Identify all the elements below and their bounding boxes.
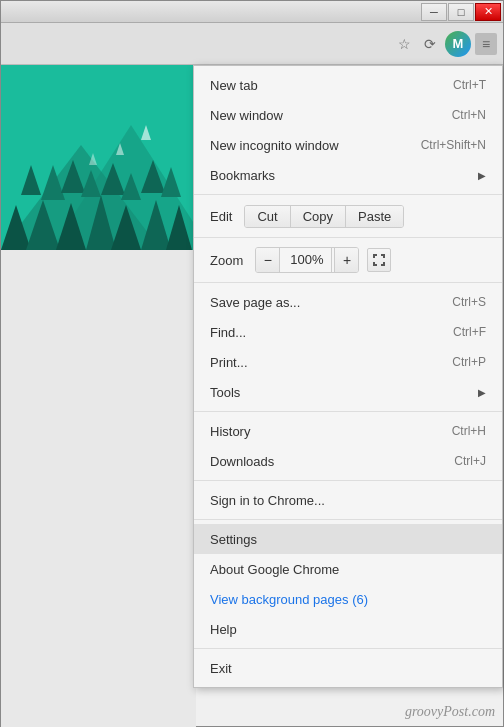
zoom-value: 100% — [282, 248, 332, 272]
new-tab-shortcut: Ctrl+T — [453, 78, 486, 92]
browser-toolbar: ☆ ⟳ M ≡ — [1, 23, 503, 65]
bookmarks-arrow: ▶ — [478, 170, 486, 181]
background-label: View background pages (6) — [210, 592, 486, 607]
reload-icon[interactable]: ⟳ — [419, 33, 441, 55]
find-shortcut: Ctrl+F — [453, 325, 486, 339]
history-shortcut: Ctrl+H — [452, 424, 486, 438]
zoom-plus-button[interactable]: + — [334, 248, 358, 272]
menu-item-signin[interactable]: Sign in to Chrome... — [194, 485, 502, 515]
help-label: Help — [210, 622, 486, 637]
watermark: groovyPost.com — [405, 704, 495, 720]
menu-section-new: New tab Ctrl+T New window Ctrl+N New inc… — [194, 66, 502, 195]
menu-item-find[interactable]: Find... Ctrl+F — [194, 317, 502, 347]
menu-item-history[interactable]: History Ctrl+H — [194, 416, 502, 446]
incognito-shortcut: Ctrl+Shift+N — [421, 138, 486, 152]
new-window-label: New window — [210, 108, 452, 123]
menu-item-tools[interactable]: Tools ▶ — [194, 377, 502, 407]
menu-section-edit: Edit Cut Copy Paste — [194, 195, 502, 238]
page-content — [1, 65, 196, 727]
dropdown-menu: New tab Ctrl+T New window Ctrl+N New inc… — [193, 65, 503, 688]
menu-item-bookmarks[interactable]: Bookmarks ▶ — [194, 160, 502, 190]
zoom-minus-button[interactable]: − — [256, 248, 280, 272]
forest-svg — [1, 65, 196, 250]
downloads-shortcut: Ctrl+J — [454, 454, 486, 468]
about-label: About Google Chrome — [210, 562, 486, 577]
menu-item-settings[interactable]: Settings — [194, 524, 502, 554]
zoom-controls: − 100% + — [255, 247, 359, 273]
content-area: New tab Ctrl+T New window Ctrl+N New inc… — [1, 65, 503, 727]
forest-image — [1, 65, 196, 250]
incognito-label: New incognito window — [210, 138, 421, 153]
save-label: Save page as... — [210, 295, 452, 310]
paste-button[interactable]: Paste — [346, 206, 403, 227]
exit-label: Exit — [210, 661, 486, 676]
history-label: History — [210, 424, 452, 439]
edit-label: Edit — [210, 209, 232, 224]
menu-item-exit[interactable]: Exit — [194, 653, 502, 683]
title-bar: ─ □ ✕ — [1, 1, 503, 23]
menu-item-print[interactable]: Print... Ctrl+P — [194, 347, 502, 377]
menu-icon[interactable]: ≡ — [475, 33, 497, 55]
print-label: Print... — [210, 355, 452, 370]
menu-item-downloads[interactable]: Downloads Ctrl+J — [194, 446, 502, 476]
menu-item-save[interactable]: Save page as... Ctrl+S — [194, 287, 502, 317]
edit-buttons: Cut Copy Paste — [244, 205, 404, 228]
save-shortcut: Ctrl+S — [452, 295, 486, 309]
menu-section-settings: Settings About Google Chrome View backgr… — [194, 520, 502, 649]
close-button[interactable]: ✕ — [475, 3, 501, 21]
settings-label: Settings — [210, 532, 486, 547]
menu-item-about[interactable]: About Google Chrome — [194, 554, 502, 584]
signin-label: Sign in to Chrome... — [210, 493, 486, 508]
maximize-button[interactable]: □ — [448, 3, 474, 21]
new-window-shortcut: Ctrl+N — [452, 108, 486, 122]
zoom-label: Zoom — [210, 253, 243, 268]
edit-row: Edit Cut Copy Paste — [194, 199, 502, 233]
downloads-label: Downloads — [210, 454, 454, 469]
new-tab-label: New tab — [210, 78, 453, 93]
menu-section-history: History Ctrl+H Downloads Ctrl+J — [194, 412, 502, 481]
menu-item-new-window[interactable]: New window Ctrl+N — [194, 100, 502, 130]
menu-item-incognito[interactable]: New incognito window Ctrl+Shift+N — [194, 130, 502, 160]
find-label: Find... — [210, 325, 453, 340]
menu-section-zoom: Zoom − 100% + — [194, 238, 502, 283]
menu-item-new-tab[interactable]: New tab Ctrl+T — [194, 70, 502, 100]
menu-section-tools: Save page as... Ctrl+S Find... Ctrl+F Pr… — [194, 283, 502, 412]
zoom-fullscreen-button[interactable] — [367, 248, 391, 272]
fullscreen-icon — [372, 253, 386, 267]
window-frame: ─ □ ✕ ☆ ⟳ M ≡ — [0, 0, 504, 727]
minimize-button[interactable]: ─ — [421, 3, 447, 21]
star-icon[interactable]: ☆ — [393, 33, 415, 55]
menu-section-exit: Exit — [194, 649, 502, 687]
menu-item-background[interactable]: View background pages (6) — [194, 584, 502, 614]
tools-arrow: ▶ — [478, 387, 486, 398]
copy-button[interactable]: Copy — [291, 206, 346, 227]
print-shortcut: Ctrl+P — [452, 355, 486, 369]
menu-item-help[interactable]: Help — [194, 614, 502, 644]
bookmarks-label: Bookmarks — [210, 168, 474, 183]
menu-section-signin: Sign in to Chrome... — [194, 481, 502, 520]
zoom-row: Zoom − 100% + — [194, 242, 502, 278]
cut-button[interactable]: Cut — [245, 206, 290, 227]
chrome-m-icon[interactable]: M — [445, 31, 471, 57]
tools-label: Tools — [210, 385, 474, 400]
